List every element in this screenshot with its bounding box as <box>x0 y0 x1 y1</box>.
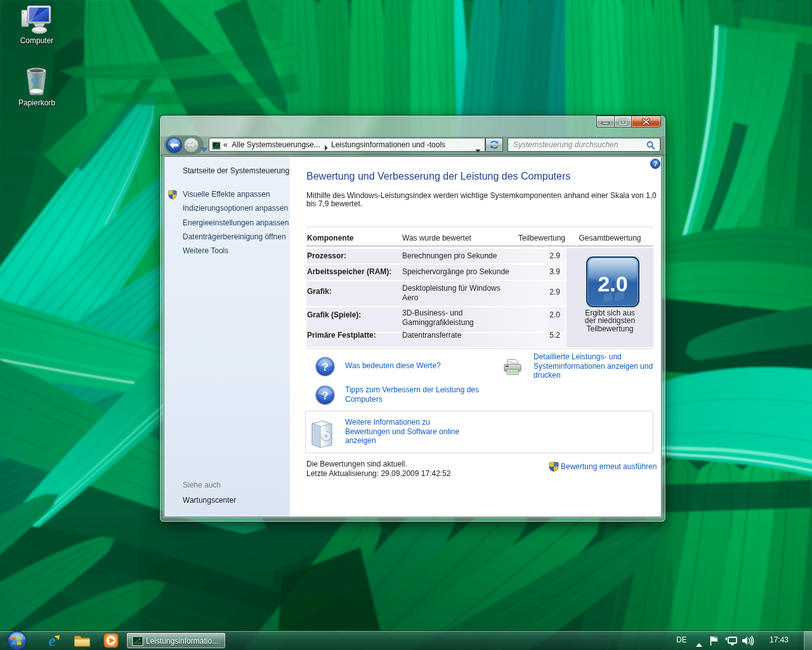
svg-text:?: ? <box>322 361 328 373</box>
svg-text:2.0: 2.0 <box>598 272 627 296</box>
svg-text:?: ? <box>322 390 328 402</box>
svg-text:?: ? <box>653 160 658 168</box>
